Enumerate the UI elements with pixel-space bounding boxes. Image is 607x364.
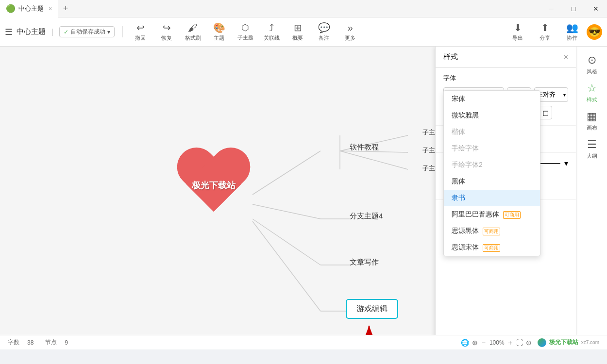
word-count: 38	[27, 339, 34, 346]
font-option-handwrite1[interactable]: 手绘字体	[444, 140, 540, 157]
font-option-kaiti[interactable]: 楷体	[444, 124, 540, 140]
subtopic-label: 子主题	[237, 34, 253, 41]
font-option-msyahei[interactable]: 微软雅黑	[444, 107, 540, 124]
zoom-fit-icon[interactable]: ⊙	[526, 339, 532, 347]
tab-title: 中心主题	[18, 4, 44, 13]
erase-btn[interactable]: ◻	[539, 106, 552, 119]
side-tool-canvas[interactable]: ▦ 画布	[578, 108, 606, 134]
save-label: 自动保存成功	[70, 28, 105, 36]
relation-label: 关联线	[264, 34, 280, 42]
font-dropdown: 宋体 微软雅黑 楷体 手绘字体 手绘字体2 黑体 隶书 阿里巴巴普惠体 可商用 …	[443, 90, 540, 256]
type-chevron-icon: ▾	[564, 159, 568, 168]
tool-summary[interactable]: ⊞ 概要	[285, 20, 310, 44]
zoom-level: 100%	[489, 339, 505, 346]
font-option-heiti[interactable]: 黑体	[444, 173, 540, 190]
tool-format[interactable]: 🖌 格式刷	[180, 20, 205, 44]
logo-text: 极光下载站	[549, 338, 578, 347]
tool-undo[interactable]: ↩ 撤回	[128, 20, 153, 44]
tab-active[interactable]: 🟢 中心主题 ×	[0, 0, 58, 17]
main-canvas: 极光下载站 软件教程 分支主题4 文章写作 子主题1 子主题2 子主题3 游戏编…	[0, 47, 607, 349]
canvas-icon: ▦	[587, 110, 597, 123]
more-icon: »	[348, 22, 353, 33]
collab-label: 协作	[567, 34, 577, 42]
svg-line-8	[253, 221, 320, 311]
export-label: 导出	[512, 34, 523, 42]
statusbar: 字数 38 节点 9 🌐 ⊕ − 100% + ⛶ ⊙ 极光下载站 xz7.co…	[0, 335, 607, 349]
font-option-handwrite2[interactable]: 手绘字体2	[444, 157, 540, 173]
more-label: 更多	[345, 34, 355, 42]
style-popup-panel: 样式 × 字体 隶书 ▾ 18 ▾ 左对齐 ▾ B	[435, 47, 576, 349]
tool-share[interactable]: ⬆ 分享	[532, 20, 557, 44]
tool-note[interactable]: 💬 备注	[311, 20, 337, 44]
tool-more[interactable]: » 更多	[337, 20, 363, 44]
divider: |	[51, 28, 53, 36]
tool-relation[interactable]: ⤴ 关联线	[259, 20, 284, 44]
branch-article[interactable]: 文章写作	[350, 258, 379, 267]
zoom-controls: 🌐 ⊕ − 100% + ⛶ ⊙	[461, 339, 532, 347]
node-count: 9	[65, 339, 68, 346]
titlebar: 🟢 中心主题 × + ─ □ ✕	[0, 0, 607, 17]
branch-software[interactable]: 软件教程	[350, 143, 379, 152]
tool-redo[interactable]: ↪ 恢复	[154, 20, 179, 44]
toolbar-left: ☰ 中心主题 | ✓ 自动保存成功 ▾	[5, 26, 123, 37]
hamburger-menu[interactable]: ☰	[5, 27, 13, 37]
summary-label: 概要	[292, 34, 303, 42]
summary-icon: ⊞	[294, 22, 302, 33]
zoom-minus-btn[interactable]: −	[482, 339, 486, 347]
logo-area: 极光下载站 xz7.com	[538, 338, 599, 347]
node-label: 节点	[45, 338, 57, 347]
note-icon: 💬	[318, 22, 330, 33]
word-count-label: 字数	[8, 338, 19, 347]
save-arrow: ▾	[107, 29, 110, 35]
maximize-btn[interactable]: □	[562, 0, 585, 17]
siyuan-song-tag: 可商用	[483, 244, 500, 252]
svg-line-3	[340, 151, 408, 169]
note-label: 备注	[319, 34, 329, 42]
tab-icon: 🟢	[6, 4, 16, 13]
redo-icon: ↪	[163, 22, 171, 33]
center-node[interactable]: 极光下载站	[175, 149, 253, 221]
tab-close-btn[interactable]: ×	[49, 5, 52, 12]
side-tool-style-label: 风格	[587, 68, 597, 75]
side-tool-style[interactable]: ⊙ 风格	[578, 51, 606, 78]
side-tool-outline[interactable]: ☰ 大纲	[578, 136, 606, 162]
font-option-siyuan-hei[interactable]: 思源黑体 可商用	[444, 223, 540, 239]
minimize-btn[interactable]: ─	[540, 0, 562, 17]
zoom-plus-btn[interactable]: +	[508, 339, 512, 347]
collab-icon: 👥	[566, 22, 578, 33]
font-option-songti[interactable]: 宋体	[444, 91, 540, 107]
new-tab-btn[interactable]: +	[58, 0, 73, 17]
redo-label: 恢复	[161, 34, 172, 42]
font-option-lishu[interactable]: 隶书	[444, 190, 540, 206]
font-option-alibaba[interactable]: 阿里巴巴普惠体 可商用	[444, 206, 540, 223]
branch-game[interactable]: 游戏编辑	[346, 299, 398, 319]
svg-line-0	[253, 151, 320, 195]
branch-branch4[interactable]: 分支主题4	[350, 212, 383, 221]
side-tool-theme[interactable]: ☆ 样式	[578, 80, 606, 106]
close-btn[interactable]: ✕	[585, 0, 607, 17]
tool-collab[interactable]: 👥 协作	[559, 20, 585, 44]
style-popup-title: 样式	[443, 52, 458, 62]
zoom-globe-icon[interactable]: 🌐	[461, 339, 469, 347]
side-tool-theme-label: 样式	[587, 96, 597, 103]
export-icon: ⬇	[514, 22, 522, 33]
save-status[interactable]: ✓ 自动保存成功 ▾	[59, 26, 115, 37]
toolbar: ☰ 中心主题 | ✓ 自动保存成功 ▾ ↩ 撤回 ↪ 恢复 🖌 格式刷 🎨 主题…	[0, 17, 607, 47]
toolbar-right: ⬇ 导出 ⬆ 分享 👥 协作 😎	[505, 20, 602, 44]
style-popup-close[interactable]: ×	[564, 53, 568, 62]
format-label: 格式刷	[185, 34, 201, 42]
check-icon: ✓	[64, 29, 68, 35]
fullscreen-icon[interactable]: ⛶	[516, 339, 523, 347]
theme-label: 主题	[214, 34, 224, 42]
window-controls: ─ □ ✕	[540, 0, 607, 17]
side-tool-canvas-label: 画布	[587, 124, 597, 132]
center-node-text: 极光下载站	[192, 180, 236, 191]
user-avatar[interactable]: 😎	[587, 24, 602, 40]
font-option-siyuan-song[interactable]: 思源宋体 可商用	[444, 239, 540, 256]
toolbar-tools: ↩ 撤回 ↪ 恢复 🖌 格式刷 🎨 主题 ⬡ 子主题 ⤴ 关联线 ⊞ 概要 💬	[128, 20, 505, 44]
tool-export[interactable]: ⬇ 导出	[505, 20, 530, 44]
tool-theme[interactable]: 🎨 主题	[206, 20, 232, 44]
tool-subtopic[interactable]: ⬡ 子主题	[233, 20, 258, 44]
align-chevron-icon: ▾	[563, 92, 566, 98]
zoom-in-icon[interactable]: ⊕	[472, 339, 478, 347]
